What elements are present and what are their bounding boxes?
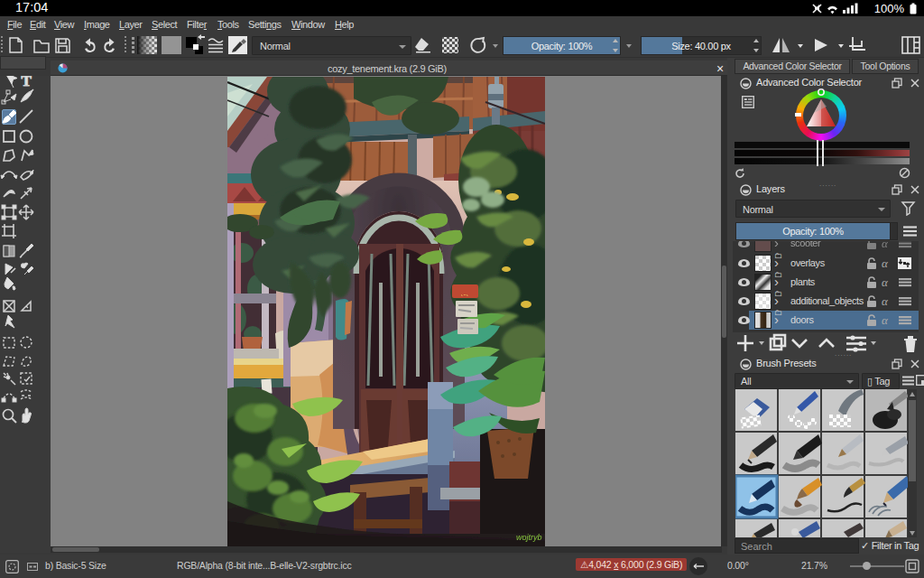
svg-text:α: α <box>882 275 889 289</box>
svg-text:α: α <box>882 313 889 327</box>
svg-text:T: T <box>22 76 32 89</box>
svg-text:ˎˍˎ: ˎˍˎ <box>461 287 469 296</box>
svg-text:wojtryb: wojtryb <box>516 533 542 542</box>
svg-text:α: α <box>882 241 889 250</box>
svg-text:α: α <box>882 256 889 270</box>
svg-text:α: α <box>882 294 889 308</box>
